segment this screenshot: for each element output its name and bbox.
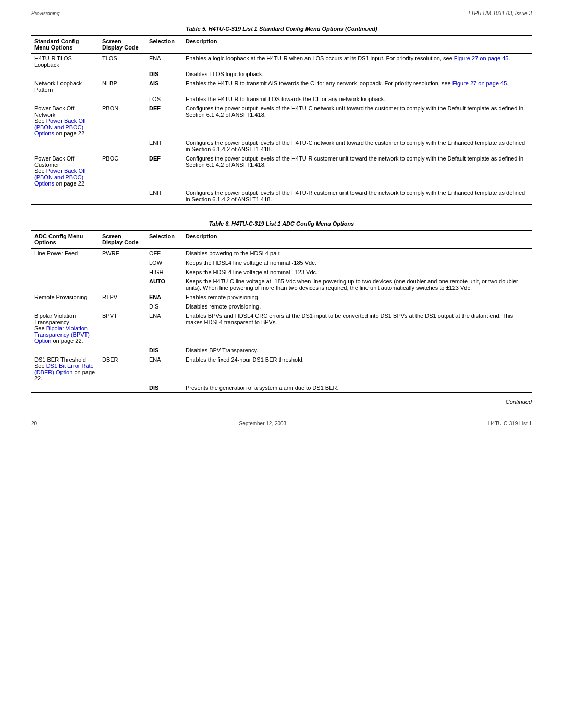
table6-row-screen: PWRF [99,248,146,258]
table6-row-desc: Enables BPVs and HDSL4 CRC errors at the… [182,311,532,346]
table5-row-selection: ENH [146,188,182,204]
table6-row-selection: ENA [146,311,182,346]
table6-row-menu [31,302,99,311]
table6-col-selection: Selection [146,230,182,248]
table5-col-screen: ScreenDisplay Code [99,35,146,53]
table6-col-screen: ScreenDisplay Code [99,230,146,248]
table6-row-selection: OFF [146,248,182,258]
table6-row-selection: LOW [146,258,182,267]
table6-row-desc: Enables remote provisioning. [182,292,532,302]
table5-row-menu: Power Back Off - NetworkSee Power Back O… [31,104,99,138]
table5-row-screen: PBON [99,104,146,138]
header-right: LTPH-UM-1031-03, Issue 3 [468,10,532,16]
table6-row-menu: Bipolar Violation TransparencySee Bipola… [31,311,99,346]
table6-row-selection: DIS [146,346,182,355]
table6-row-selection: AUTO [146,277,182,292]
table6-row-screen [99,346,146,355]
table5-row-menu [31,94,99,104]
footer-left: 20 [31,421,37,426]
table6-row-screen [99,258,146,267]
table6-row-menu [31,267,99,277]
table6-row-desc: Enables the fixed 24-hour DS1 BER thresh… [182,355,532,383]
table5-row-desc: Configures the power output levels of th… [182,104,532,138]
table6-row-screen [99,383,146,393]
header-left: Provisioning [31,10,59,16]
table6-row-desc: Prevents the generation of a system alar… [182,383,532,393]
table5-row-desc: Configures the power output levels of th… [182,138,532,154]
table5-row-selection: LOS [146,94,182,104]
table6-row-menu: Remote Provisioning [31,292,99,302]
table5-row-screen [99,188,146,204]
table6-row-selection: HIGH [146,267,182,277]
table5-row-selection: DEF [146,154,182,188]
table5-row-selection: ENA [146,53,182,69]
table6-row-screen: BPVT [99,311,146,346]
table6-row-desc: Disables powering to the HDSL4 pair. [182,248,532,258]
table5-row-screen [99,94,146,104]
table5-row-screen: NLBP [99,79,146,94]
table6-row-selection: ENA [146,292,182,302]
table5-row-menu [31,188,99,204]
continued-label: Continued [31,399,532,405]
table5-row-menu: Network Loopback Pattern [31,79,99,94]
page-footer: 20 September 12, 2003 H4TU-C-319 List 1 [31,421,532,426]
table6-row-desc: Keeps the H4TU-C line voltage at -185 Vd… [182,277,532,292]
table5-caption: Table 5. H4TU-C-319 List 1 Standard Conf… [31,26,532,32]
table6-row-desc: Disables BPV Transparency. [182,346,532,355]
table5-row-selection: ENH [146,138,182,154]
footer-center: September 12, 2003 [37,421,488,426]
table5-col-menu: Standard ConfigMenu Options [31,35,99,53]
table5-col-selection: Selection [146,35,182,53]
table5-row-screen: TLOS [99,53,146,69]
table6-row-desc: Keeps the HDSL4 line voltage at nominal … [182,258,532,267]
table5-row-desc: Enables the H4TU-R to transmit AIS towar… [182,79,532,94]
table5-row-desc: Disables TLOS logic loopback. [182,69,532,79]
table5-row-screen [99,138,146,154]
table5-col-desc: Description [182,35,532,53]
table6-row-menu: Line Power Feed [31,248,99,258]
table5-row-desc: Enables a logic loopback at the H4TU-R w… [182,53,532,69]
table6-row-menu [31,277,99,292]
table6-col-desc: Description [182,230,532,248]
table6-row-screen: RTPV [99,292,146,302]
table6-caption: Table 6. H4TU-C-319 List 1 ADC Config Me… [31,220,532,227]
table6-row-selection: DIS [146,383,182,393]
table5-row-menu: H4TU-R TLOS Loopback [31,53,99,69]
table5-row-desc: Configures the power output levels of th… [182,154,532,188]
table5-row-selection: AIS [146,79,182,94]
table6: ADC Config MenuOptions ScreenDisplay Cod… [31,230,532,393]
table6-col-menu: ADC Config MenuOptions [31,230,99,248]
table5-row-menu [31,69,99,79]
table5: Standard ConfigMenu Options ScreenDispla… [31,35,532,205]
table6-row-menu [31,383,99,393]
table5-row-desc: Configures the power output levels of th… [182,188,532,204]
table5-row-desc: Enables the H4TU-R to transmit LOS towar… [182,94,532,104]
table5-row-selection: DEF [146,104,182,138]
table6-row-menu: DS1 BER ThresholdSee DS1 Bit Error Rate … [31,355,99,383]
table6-row-menu [31,258,99,267]
table5-row-menu: Power Back Off - CustomerSee Power Back … [31,154,99,188]
table5-row-screen [99,69,146,79]
table5-row-selection: DIS [146,69,182,79]
table6-row-menu [31,346,99,355]
table6-row-desc: Keeps the HDSL4 line voltage at nominal … [182,267,532,277]
table6-row-screen: DBER [99,355,146,383]
page-header: Provisioning LTPH-UM-1031-03, Issue 3 [31,10,532,16]
table6-row-screen [99,267,146,277]
table6-row-screen [99,277,146,292]
table6-row-selection: ENA [146,355,182,383]
table5-row-menu [31,138,99,154]
table5-row-screen: PBOC [99,154,146,188]
table6-row-screen [99,302,146,311]
table6-row-selection: DIS [146,302,182,311]
footer-right: H4TU-C-319 List 1 [488,421,532,426]
table6-row-desc: Disables remote provisioning. [182,302,532,311]
